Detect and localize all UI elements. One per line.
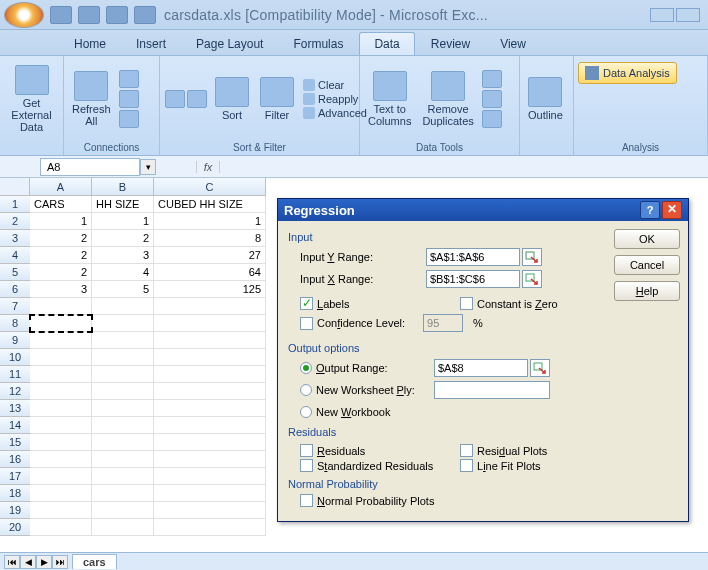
input-y-range-picker[interactable] (522, 248, 542, 266)
sheet-nav-next[interactable]: ▶ (36, 555, 52, 569)
cell-C4[interactable]: 27 (154, 247, 266, 264)
cell-C12[interactable] (154, 383, 266, 400)
sheet-nav-last[interactable]: ⏭ (52, 555, 68, 569)
row-header-3[interactable]: 3 (0, 230, 30, 247)
cell-B18[interactable] (92, 485, 154, 502)
reapply-filter-button[interactable]: Reapply (301, 92, 369, 106)
sheet-nav-prev[interactable]: ◀ (20, 555, 36, 569)
residuals-checkbox[interactable] (300, 444, 313, 457)
row-header-11[interactable]: 11 (0, 366, 30, 383)
advanced-filter-button[interactable]: Advanced (301, 106, 369, 120)
cell-B4[interactable]: 3 (92, 247, 154, 264)
residual-plots-checkbox[interactable] (460, 444, 473, 457)
cell-A7[interactable] (30, 298, 92, 315)
cell-C10[interactable] (154, 349, 266, 366)
data-analysis-button[interactable]: Data Analysis (578, 62, 677, 84)
cell-C15[interactable] (154, 434, 266, 451)
row-header-7[interactable]: 7 (0, 298, 30, 315)
col-header-B[interactable]: B (92, 178, 154, 196)
qat-print-icon[interactable] (134, 6, 156, 24)
qat-redo-icon[interactable] (106, 6, 128, 24)
row-header-4[interactable]: 4 (0, 247, 30, 264)
row-header-8[interactable]: 8 (0, 315, 30, 332)
normal-prob-checkbox[interactable] (300, 494, 313, 507)
output-range-picker[interactable] (530, 359, 550, 377)
cell-A3[interactable]: 2 (30, 230, 92, 247)
sheet-tab-cars[interactable]: cars (72, 554, 117, 569)
cell-A4[interactable]: 2 (30, 247, 92, 264)
cell-B16[interactable] (92, 451, 154, 468)
cell-C1[interactable]: CUBED HH SIZE (154, 196, 266, 213)
dialog-title-bar[interactable]: Regression ? ✕ (278, 199, 688, 221)
name-box-dropdown[interactable]: ▾ (140, 159, 156, 175)
new-worksheet-radio[interactable] (300, 384, 312, 396)
cell-B11[interactable] (92, 366, 154, 383)
text-to-columns-button[interactable]: Text to Columns (364, 69, 415, 129)
cell-A17[interactable] (30, 468, 92, 485)
col-header-C[interactable]: C (154, 178, 266, 196)
row-header-14[interactable]: 14 (0, 417, 30, 434)
filter-button[interactable]: Filter (256, 75, 298, 123)
cell-B8[interactable] (92, 315, 154, 332)
cell-B3[interactable]: 2 (92, 230, 154, 247)
row-header-20[interactable]: 20 (0, 519, 30, 536)
qat-save-icon[interactable] (50, 6, 72, 24)
cell-B17[interactable] (92, 468, 154, 485)
what-if-icon[interactable] (482, 110, 502, 128)
row-header-5[interactable]: 5 (0, 264, 30, 281)
cell-B9[interactable] (92, 332, 154, 349)
input-x-range-field[interactable] (426, 270, 520, 288)
clear-filter-button[interactable]: Clear (301, 78, 369, 92)
cell-C11[interactable] (154, 366, 266, 383)
cell-C18[interactable] (154, 485, 266, 502)
sort-az-icon[interactable] (165, 90, 185, 108)
cell-A14[interactable] (30, 417, 92, 434)
select-all-corner[interactable] (0, 178, 30, 196)
cell-B1[interactable]: HH SIZE (92, 196, 154, 213)
row-header-10[interactable]: 10 (0, 349, 30, 366)
get-external-data-button[interactable]: Get External Data (4, 63, 59, 135)
edit-links-icon[interactable] (119, 110, 139, 128)
cell-A19[interactable] (30, 502, 92, 519)
new-workbook-radio[interactable] (300, 406, 312, 418)
cell-C13[interactable] (154, 400, 266, 417)
tab-home[interactable]: Home (60, 33, 120, 55)
cell-B7[interactable] (92, 298, 154, 315)
cell-A13[interactable] (30, 400, 92, 417)
constant-zero-checkbox[interactable] (460, 297, 473, 310)
consolidate-icon[interactable] (482, 90, 502, 108)
cell-B2[interactable]: 1 (92, 213, 154, 230)
sheet-nav-first[interactable]: ⏮ (4, 555, 20, 569)
cell-A5[interactable]: 2 (30, 264, 92, 281)
tab-review[interactable]: Review (417, 33, 484, 55)
refresh-all-button[interactable]: Refresh All (68, 69, 115, 129)
sort-button[interactable]: Sort (211, 75, 253, 123)
cell-C17[interactable] (154, 468, 266, 485)
cell-C3[interactable]: 8 (154, 230, 266, 247)
cell-C20[interactable] (154, 519, 266, 536)
row-header-12[interactable]: 12 (0, 383, 30, 400)
cell-C6[interactable]: 125 (154, 281, 266, 298)
output-range-field[interactable] (434, 359, 528, 377)
cell-C8[interactable] (154, 315, 266, 332)
cell-A10[interactable] (30, 349, 92, 366)
cell-C9[interactable] (154, 332, 266, 349)
row-header-17[interactable]: 17 (0, 468, 30, 485)
row-header-18[interactable]: 18 (0, 485, 30, 502)
cell-B5[interactable]: 4 (92, 264, 154, 281)
cell-B12[interactable] (92, 383, 154, 400)
dialog-close-button[interactable]: ✕ (662, 201, 682, 219)
cell-C2[interactable]: 1 (154, 213, 266, 230)
row-header-9[interactable]: 9 (0, 332, 30, 349)
cell-A15[interactable] (30, 434, 92, 451)
std-residuals-checkbox[interactable] (300, 459, 313, 472)
cell-A20[interactable] (30, 519, 92, 536)
cell-B13[interactable] (92, 400, 154, 417)
tab-formulas[interactable]: Formulas (279, 33, 357, 55)
cell-A18[interactable] (30, 485, 92, 502)
cell-A9[interactable] (30, 332, 92, 349)
labels-checkbox[interactable]: ✓ (300, 297, 313, 310)
line-fit-plots-checkbox[interactable] (460, 459, 473, 472)
properties-icon[interactable] (119, 90, 139, 108)
row-header-13[interactable]: 13 (0, 400, 30, 417)
